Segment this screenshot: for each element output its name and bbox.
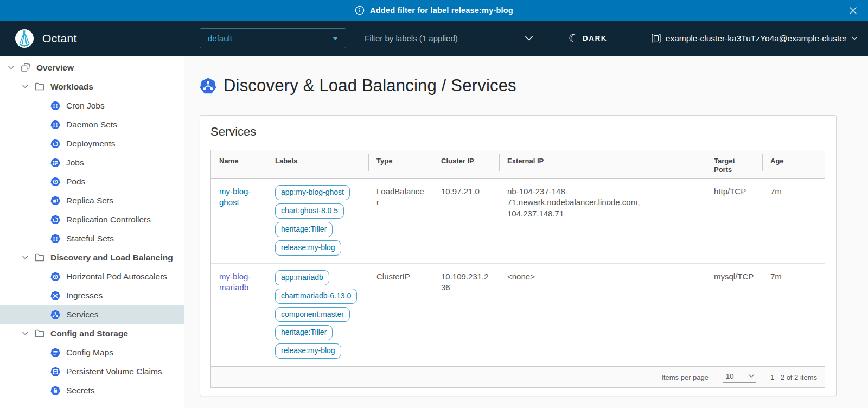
chevron-down-icon[interactable] bbox=[5, 66, 16, 69]
app-header: Octant default Filter by labels (1 appli… bbox=[0, 21, 868, 56]
cluster-context-selector[interactable]: example-cluster-ka3TuTzYo4a@example-clus… bbox=[652, 21, 857, 56]
page-size-value: 10 bbox=[726, 372, 733, 380]
label-tag[interactable]: app:my-blog-ghost bbox=[275, 185, 350, 200]
cron-jobs-icon bbox=[49, 101, 61, 111]
dark-mode-toggle[interactable]: ☾ DARK bbox=[569, 21, 607, 56]
column-header-labels[interactable]: Labels bbox=[267, 150, 368, 178]
label-tag[interactable]: heritage:Tiller bbox=[275, 222, 333, 237]
horizontal-pod-autoscalers-icon bbox=[49, 272, 61, 282]
sidebar-item-replica-sets[interactable]: Replica Sets bbox=[0, 191, 184, 210]
jobs-icon bbox=[49, 158, 61, 168]
service-name-link[interactable]: my-blog-ghost bbox=[219, 187, 251, 207]
table-footer: Items per page 10 1 - 2 of 2 items bbox=[211, 366, 825, 387]
sidebar-item-jobs[interactable]: Jobs bbox=[0, 153, 184, 172]
sidebar-item-deployments[interactable]: Deployments bbox=[0, 134, 184, 153]
sidebar-item-config-maps[interactable]: Config Maps bbox=[0, 343, 184, 362]
sidebar-item-label: Deployments bbox=[66, 139, 115, 149]
column-header-type[interactable]: Type bbox=[368, 150, 433, 178]
sidebar-item-persistent-volume-claims[interactable]: Persistent Volume Claims bbox=[0, 362, 184, 381]
pagination-range: 1 - 2 of 2 items bbox=[770, 373, 817, 381]
notification-text: Added filter for label release:my-blog bbox=[370, 6, 513, 15]
column-header-name[interactable]: Name bbox=[211, 150, 267, 178]
services-card: Services Name Labels Type Cluster IP Ext… bbox=[200, 115, 837, 396]
sidebar-item-services[interactable]: Services bbox=[0, 305, 184, 324]
secrets-icon bbox=[49, 386, 61, 396]
app-title: Octant bbox=[42, 32, 77, 45]
label-list: app:mariadb chart:mariadb-6.13.0 compone… bbox=[275, 270, 360, 359]
sidebar-item-stateful-sets[interactable]: Stateful Sets bbox=[0, 229, 184, 248]
page-title-text: Discovery & Load Balancing / Services bbox=[224, 76, 516, 95]
folder-icon bbox=[34, 253, 46, 262]
chevron-down-icon bbox=[525, 36, 533, 41]
column-header-target-ports[interactable]: Target Ports bbox=[706, 150, 762, 178]
sidebar-item-label: Cron Jobs bbox=[66, 101, 105, 111]
target-ports: http/TCP bbox=[706, 178, 762, 263]
sidebar-item-daemon-sets[interactable]: Daemon Sets bbox=[0, 115, 184, 134]
sidebar-item-label: Services bbox=[66, 310, 98, 320]
chevron-down-icon[interactable] bbox=[20, 85, 30, 88]
label-filter-value: Filter by labels (1 applied) bbox=[365, 34, 458, 43]
dark-mode-label: DARK bbox=[583, 34, 607, 42]
sidebar-item-pods[interactable]: Pods bbox=[0, 172, 184, 191]
age: 7m bbox=[762, 264, 825, 366]
label-tag[interactable]: app:mariadb bbox=[275, 270, 329, 285]
main-content: Discovery & Load Balancing / Services Se… bbox=[185, 56, 868, 408]
label-tag[interactable]: heritage:Tiller bbox=[275, 325, 333, 340]
column-header-cluster-ip[interactable]: Cluster IP bbox=[433, 150, 499, 178]
namespace-select[interactable]: default bbox=[200, 28, 346, 48]
items-per-page-label: Items per page bbox=[661, 373, 709, 381]
close-icon[interactable] bbox=[846, 4, 859, 17]
sidebar-item-config-and-storage[interactable]: Config and Storage bbox=[0, 324, 184, 343]
label-filter-select[interactable]: Filter by labels (1 applied) bbox=[363, 28, 535, 48]
deployments-icon bbox=[49, 139, 61, 149]
label-tag[interactable]: component:master bbox=[275, 307, 350, 322]
sidebar-item-secrets[interactable]: Secrets bbox=[0, 381, 184, 400]
sidebar-item-overview[interactable]: Overview bbox=[0, 58, 184, 77]
table-row: my-blog-ghost app:my-blog-ghost chart:gh… bbox=[211, 178, 825, 263]
sidebar-item-label: Jobs bbox=[66, 158, 84, 168]
chevron-down-icon bbox=[749, 374, 754, 378]
external-ip: nb-104-237-148-71.newark.nodebalancer.li… bbox=[499, 178, 706, 263]
chevron-down-icon[interactable] bbox=[20, 256, 30, 259]
folder-icon bbox=[34, 329, 46, 337]
sidebar-item-label: Persistent Volume Claims bbox=[66, 367, 162, 377]
label-tag[interactable]: chart:mariadb-6.13.0 bbox=[275, 289, 357, 304]
cluster-ip: 10.97.21.0 bbox=[433, 178, 499, 263]
caret-down-icon bbox=[333, 37, 338, 40]
sidebar-item-label: Ingresses bbox=[66, 291, 103, 301]
brand: Octant bbox=[14, 21, 77, 56]
sidebar-item-ingresses[interactable]: Ingresses bbox=[0, 286, 184, 305]
sidebar-item-label: Replication Controllers bbox=[66, 215, 151, 225]
age: 7m bbox=[762, 178, 825, 263]
page-size-select[interactable]: 10 bbox=[723, 372, 756, 382]
external-ip: <none> bbox=[499, 264, 706, 366]
sidebar-item-label: Secrets bbox=[66, 386, 95, 396]
moon-icon: ☾ bbox=[567, 32, 579, 44]
sidebar-item-label: Discovery and Load Balancing bbox=[50, 253, 173, 263]
stateful-sets-icon bbox=[49, 234, 61, 244]
applications-icon bbox=[20, 63, 31, 72]
replication-controllers-icon bbox=[49, 215, 61, 225]
chevron-down-icon[interactable] bbox=[20, 331, 30, 335]
column-header-age[interactable]: Age bbox=[762, 150, 825, 178]
column-header-external-ip[interactable]: External IP bbox=[499, 150, 706, 178]
sidebar-item-horizontal-pod-autoscalers[interactable]: Horizontal Pod Autoscalers bbox=[0, 267, 184, 286]
label-tag[interactable]: release:my-blog bbox=[275, 343, 341, 359]
sidebar-item-label: Config and Storage bbox=[50, 329, 128, 339]
cluster-context-value: example-cluster-ka3TuTzYo4a@example-clus… bbox=[666, 34, 847, 43]
namespace-select-value: default bbox=[208, 34, 232, 43]
label-tag[interactable]: chart:ghost-8.0.5 bbox=[275, 203, 344, 219]
sidebar-item-label: Config Maps bbox=[66, 348, 113, 358]
info-circle-icon bbox=[355, 5, 365, 15]
sidebar-item-discovery-and-load-balancing[interactable]: Discovery and Load Balancing bbox=[0, 248, 184, 267]
sidebar-item-workloads[interactable]: Workloads bbox=[0, 77, 184, 96]
sidebar-item-cron-jobs[interactable]: Cron Jobs bbox=[0, 96, 184, 115]
sidebar-item-label: Daemon Sets bbox=[66, 120, 117, 130]
services-icon bbox=[200, 78, 216, 94]
label-list: app:my-blog-ghost chart:ghost-8.0.5 heri… bbox=[275, 185, 360, 256]
config-maps-icon bbox=[49, 348, 61, 358]
cluster-icon bbox=[652, 34, 661, 43]
service-name-link[interactable]: my-blog-mariadb bbox=[219, 272, 251, 292]
label-tag[interactable]: release:my-blog bbox=[275, 240, 341, 256]
sidebar-item-replication-controllers[interactable]: Replication Controllers bbox=[0, 210, 184, 229]
